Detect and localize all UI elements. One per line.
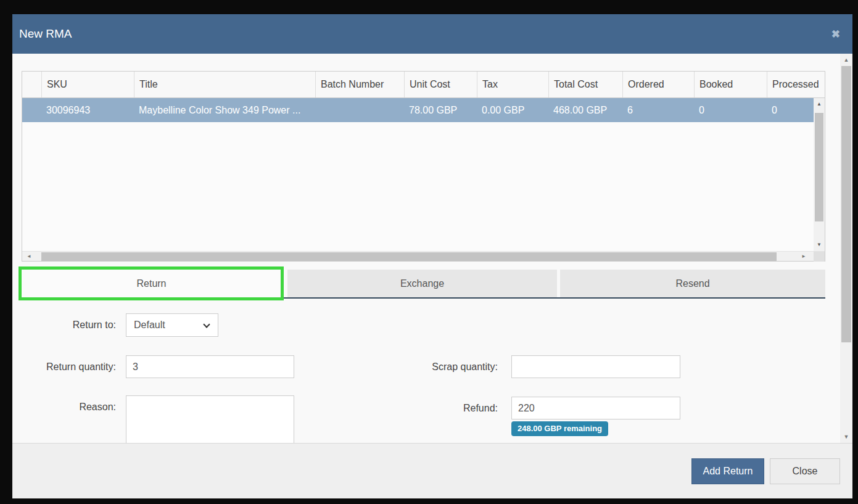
cell-title: Maybelline Color Show 349 Power ... (134, 98, 315, 122)
table-row[interactable]: 30096943 Maybelline Color Show 349 Power… (22, 98, 814, 122)
new-rma-modal: New RMA ✖ SKU Title Batch Number Unit Co… (12, 14, 852, 498)
reason-textarea[interactable] (126, 395, 294, 443)
cell-sku: 30096943 (41, 98, 134, 122)
close-button[interactable]: Close (770, 458, 840, 484)
column-header-unit-cost[interactable]: Unit Cost (404, 72, 477, 97)
tab-exchange[interactable]: Exchange (287, 270, 557, 297)
tab-resend[interactable]: Resend (560, 270, 825, 297)
scroll-up-icon[interactable]: ▲ (814, 99, 825, 109)
scroll-down-icon[interactable]: ▼ (814, 240, 825, 250)
column-header-booked[interactable]: Booked (694, 72, 767, 97)
modal-header: New RMA ✖ (12, 14, 852, 54)
table-vertical-scrollbar[interactable]: ▲ ▼ (814, 98, 825, 251)
table-horizontal-scrollbar-thumb[interactable] (41, 252, 777, 261)
tab-return[interactable]: Return (22, 270, 281, 297)
refund-remaining-badge: 248.00 GBP remaining (511, 421, 608, 436)
table-vertical-scrollbar-thumb[interactable] (815, 113, 823, 221)
cell-tax: 0.00 GBP (477, 98, 548, 122)
chevron-down-icon (203, 321, 210, 328)
cell-booked: 0 (694, 98, 767, 122)
return-to-select[interactable]: Default (126, 313, 218, 337)
cell-blank (22, 98, 41, 122)
column-header-total-cost[interactable]: Total Cost (548, 72, 622, 97)
return-to-label: Return to: (22, 313, 116, 337)
modal-vertical-scrollbar[interactable]: ▲ ▼ (840, 54, 852, 443)
cell-total-cost: 468.00 GBP (548, 98, 622, 122)
scroll-left-icon[interactable]: ◄ (23, 252, 35, 262)
column-header-batch-number[interactable]: Batch Number (315, 72, 404, 97)
table-body: 30096943 Maybelline Color Show 349 Power… (22, 98, 825, 251)
cell-unit-cost: 78.00 GBP (404, 98, 477, 122)
scrap-quantity-input[interactable] (511, 355, 680, 378)
column-header-tax[interactable]: Tax (477, 72, 548, 97)
reason-label: Reason: (22, 395, 116, 418)
modal-footer: Add Return Close (12, 443, 852, 498)
modal-content: SKU Title Batch Number Unit Cost Tax Tot… (12, 54, 852, 443)
items-table: SKU Title Batch Number Unit Cost Tax Tot… (22, 71, 825, 262)
refund-label: Refund: (382, 397, 498, 419)
column-header-sku[interactable]: SKU (41, 72, 134, 97)
column-header-processed[interactable]: Processed (767, 72, 825, 97)
scroll-right-icon[interactable]: ► (798, 252, 809, 262)
column-header-title[interactable]: Title (134, 72, 315, 97)
cell-batch-number (315, 98, 404, 122)
cell-ordered: 6 (622, 98, 694, 122)
scrap-quantity-label: Scrap quantity: (382, 355, 498, 378)
scroll-up-icon[interactable]: ▲ (840, 55, 852, 65)
column-header-ordered[interactable]: Ordered (622, 72, 694, 97)
modal-vertical-scrollbar-thumb[interactable] (841, 66, 851, 342)
scroll-down-icon[interactable]: ▼ (840, 432, 852, 442)
refund-input[interactable] (511, 397, 680, 419)
return-quantity-input[interactable] (126, 355, 294, 378)
table-header-row: SKU Title Batch Number Unit Cost Tax Tot… (22, 72, 825, 98)
table-horizontal-scrollbar[interactable]: ◄ ► (22, 251, 825, 261)
cell-processed: 0 (767, 98, 814, 122)
scrollbar-corner (814, 252, 825, 262)
add-return-button[interactable]: Add Return (691, 458, 764, 484)
close-icon[interactable]: ✖ (831, 28, 840, 41)
modal-title: New RMA (19, 27, 72, 41)
rma-type-tabs: Return Exchange Resend (22, 270, 825, 299)
return-to-selected-value: Default (134, 320, 165, 330)
return-quantity-label: Return quantity: (22, 355, 116, 378)
column-header-blank[interactable] (22, 72, 41, 97)
